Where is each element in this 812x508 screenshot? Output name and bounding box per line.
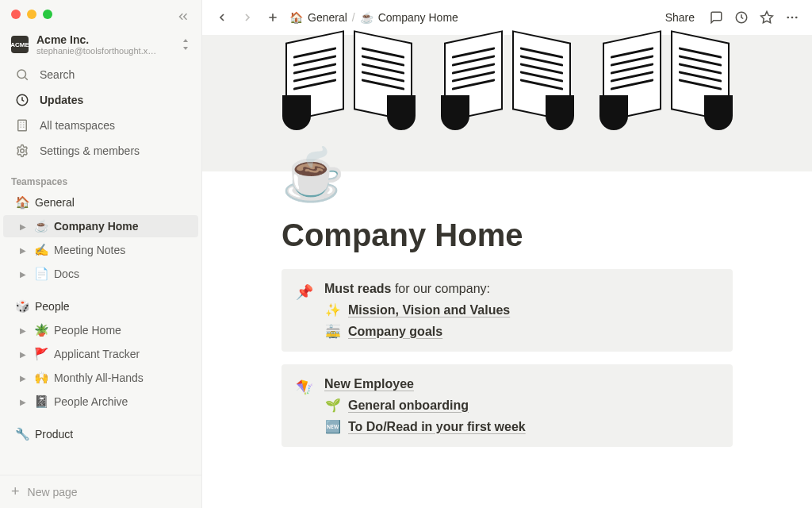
wrench-icon: 🔧 (14, 427, 30, 441)
workspace-name: Acme Inc. (36, 33, 173, 46)
page-link-general-onboarding[interactable]: 🌱 General onboarding (324, 398, 718, 413)
link-label: Mission, Vision and Values (348, 303, 510, 318)
chevron-right-icon[interactable]: ▶ (17, 325, 29, 336)
link-label: To Do/Read in your first week (348, 420, 526, 434)
sidebar-item-label: Monthly All-Hands (54, 371, 144, 384)
chevron-right-icon[interactable]: ▶ (17, 396, 29, 407)
breadcrumb-separator: / (352, 11, 355, 24)
writing-hand-icon: ✍️ (33, 243, 49, 257)
nav-label: Search (40, 68, 75, 81)
all-teamspaces-nav[interactable]: All teamspaces (3, 114, 198, 137)
sidebar: ACME Acme Inc. stephanie@toolsforthought… (0, 0, 202, 508)
sidebar-item-label: People (35, 300, 70, 313)
callout-must-reads[interactable]: 📌 Must reads for our company: ✨ Mission,… (282, 269, 733, 352)
page-title[interactable]: Company Home (282, 217, 733, 253)
main: 🏠 General / ☕ Company Home Share (202, 0, 812, 508)
svg-rect-2 (18, 120, 27, 131)
forward-button[interactable] (239, 9, 256, 26)
teamspaces-header: Teamspaces (0, 164, 201, 190)
favorite-button[interactable] (758, 9, 776, 26)
sidebar-item-general[interactable]: 🏠 General (3, 191, 198, 214)
new-tab-button[interactable] (264, 9, 282, 26)
new-page-label: New page (28, 486, 78, 498)
page-link-first-week[interactable]: 🆕 To Do/Read in your first week (324, 419, 718, 434)
sidebar-item-company-home[interactable]: ▶ ☕ Company Home (3, 215, 198, 237)
collapse-sidebar-button[interactable] (176, 10, 190, 24)
sidebar-item-people-archive[interactable]: ▶ 📓 People Archive (3, 391, 198, 413)
nav-label: Settings & members (40, 144, 140, 157)
breadcrumb-root-icon: 🏠 (289, 11, 303, 24)
page-link-company-goals[interactable]: 🚋 Company goals (324, 324, 718, 339)
svg-point-3 (21, 149, 25, 153)
svg-point-0 (17, 70, 26, 79)
plus-icon: + (11, 483, 20, 500)
sidebar-item-product[interactable]: 🔧 Product (3, 423, 198, 445)
nav-label: Updates (40, 94, 83, 106)
chevron-right-icon[interactable]: ▶ (17, 348, 29, 360)
cover-image[interactable]: ☕ (202, 35, 812, 171)
sidebar-item-monthly-all-hands[interactable]: ▶ 🙌 Monthly All-Hands (3, 367, 198, 389)
pushpin-icon: 📌 (296, 282, 313, 339)
page-icon: 📄 (33, 267, 49, 281)
maximize-window-icon[interactable] (43, 10, 52, 19)
sidebar-item-applicant-tracker[interactable]: ▶ 🚩 Applicant Tracker (3, 343, 198, 365)
raising-hands-icon: 🙌 (33, 371, 49, 385)
sidebar-item-label: People Archive (54, 395, 128, 408)
dice-icon: 🎲 (14, 299, 30, 314)
page-link-mission[interactable]: ✨ Mission, Vision and Values (324, 302, 718, 318)
breadcrumb: 🏠 General / ☕ Company Home (289, 11, 458, 24)
notebook-icon: 📓 (33, 394, 49, 409)
sidebar-item-label: Company Home (54, 220, 139, 233)
svg-point-7 (791, 17, 794, 19)
breadcrumb-page[interactable]: Company Home (378, 11, 458, 24)
share-button[interactable]: Share (661, 8, 699, 27)
sidebar-item-label: Meeting Notes (54, 244, 125, 256)
sidebar-item-label: General (35, 196, 75, 209)
minimize-window-icon[interactable] (27, 10, 36, 19)
sidebar-item-label: Docs (54, 267, 79, 280)
clock-icon (14, 92, 30, 108)
chevron-right-icon[interactable]: ▶ (17, 268, 29, 279)
seedling-icon: 🌱 (324, 398, 342, 413)
breadcrumb-root[interactable]: General (308, 11, 347, 24)
chevron-right-icon[interactable]: ▶ (17, 221, 29, 232)
new-badge-icon: 🆕 (324, 419, 342, 434)
nav-label: All teamspaces (40, 119, 115, 132)
callout-new-employee[interactable]: 🪁 New Employee 🌱 General onboarding 🆕 To… (282, 364, 733, 447)
sidebar-item-meeting-notes[interactable]: ▶ ✍️ Meeting Notes (3, 239, 198, 261)
updates-nav[interactable]: Updates (3, 88, 198, 112)
page-content: Company Home 📌 Must reads for our compan… (202, 171, 812, 475)
comments-button[interactable] (707, 9, 725, 26)
search-nav[interactable]: Search (3, 63, 198, 87)
gear-icon (14, 143, 30, 159)
settings-nav[interactable]: Settings & members (3, 139, 198, 163)
kite-icon: 🪁 (296, 377, 313, 434)
sidebar-item-label: Product (35, 428, 73, 441)
link-label: General onboarding (348, 398, 469, 413)
sidebar-item-label: Applicant Tracker (54, 348, 140, 360)
back-button[interactable] (213, 9, 231, 26)
chevron-right-icon[interactable]: ▶ (17, 244, 29, 256)
callout-heading: Must reads for our company: (324, 282, 718, 296)
workspace-icon: ACME (11, 36, 29, 53)
sidebar-item-docs[interactable]: ▶ 📄 Docs (3, 263, 198, 285)
new-page-button[interactable]: + New page (0, 475, 201, 508)
page-icon[interactable]: ☕ (282, 149, 345, 200)
workspace-switcher[interactable]: ACME Acme Inc. stephanie@toolsforthought… (0, 24, 201, 62)
flag-icon: 🚩 (33, 347, 49, 361)
search-icon (14, 67, 30, 83)
tram-icon: 🚋 (324, 324, 342, 339)
sparkles-icon: ✨ (324, 302, 342, 318)
building-icon (14, 117, 30, 133)
expand-collapse-icon (181, 39, 190, 50)
coffee-icon: ☕ (33, 219, 49, 233)
sidebar-item-label: People Home (54, 324, 121, 337)
sidebar-item-people-home[interactable]: ▶ 🪴 People Home (3, 319, 198, 341)
chevron-right-icon[interactable]: ▶ (17, 372, 29, 383)
history-button[interactable] (733, 9, 750, 26)
workspace-email: stephanie@toolsforthought.x… (36, 46, 173, 56)
more-button[interactable] (783, 9, 801, 26)
sidebar-item-people[interactable]: 🎲 People (3, 295, 198, 318)
close-window-icon[interactable] (11, 10, 21, 19)
callout-heading[interactable]: New Employee (324, 377, 718, 391)
